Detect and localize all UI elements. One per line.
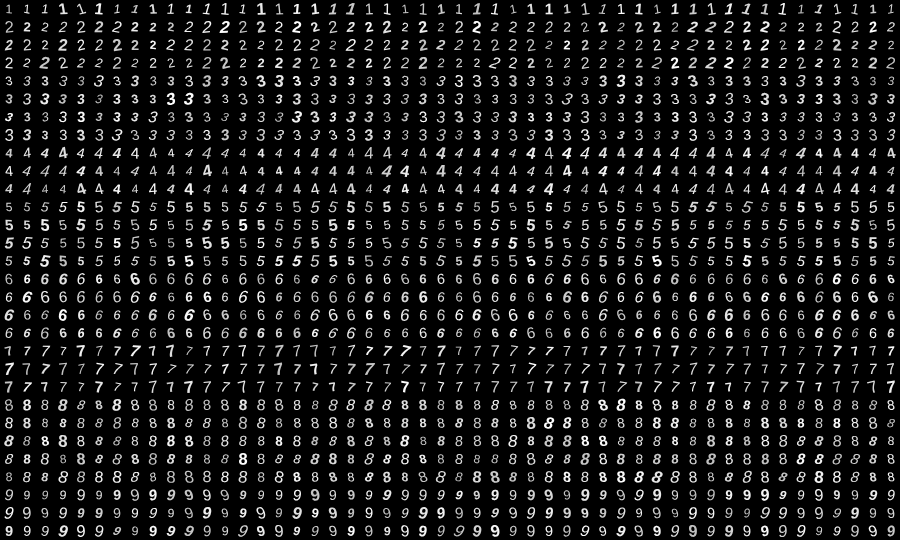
- digit-cell: 4: [594, 143, 613, 162]
- digit-cell: 1: [771, 0, 795, 21]
- digit-cell: 3: [793, 109, 809, 126]
- digit-cell: 3: [720, 125, 737, 145]
- digit-cell: 9: [521, 519, 541, 540]
- digit-cell: 5: [234, 234, 252, 251]
- digit-cell: 3: [664, 90, 685, 109]
- digit-cell: 4: [754, 143, 776, 163]
- digit-cell: 2: [342, 18, 360, 36]
- digit-cell: 7: [159, 339, 183, 363]
- digit-cell: 7: [323, 359, 343, 379]
- digit-cell: 8: [72, 432, 91, 450]
- digit-cell: 4: [449, 144, 469, 162]
- digit-cell: 4: [108, 180, 126, 198]
- digit-cell: 7: [468, 342, 486, 361]
- digit-cell: 3: [179, 126, 198, 143]
- digit-cell: 2: [612, 35, 629, 55]
- digit-cell: 4: [249, 178, 274, 199]
- digit-cell: 8: [486, 413, 505, 432]
- digit-cell: 3: [343, 73, 358, 88]
- digit-cell: 6: [504, 269, 523, 288]
- digit-cell: 1: [161, 0, 181, 18]
- digit-cell: 6: [594, 323, 613, 343]
- digit-cell: 9: [286, 501, 309, 525]
- digit-cell: 5: [162, 235, 179, 252]
- digit-cell: 5: [541, 217, 558, 233]
- digit-cell: 8: [810, 414, 829, 432]
- digit-cell: 2: [486, 19, 503, 35]
- digit-cell: 2: [884, 38, 899, 53]
- digit-cell: 3: [772, 89, 793, 109]
- digit-cell: 2: [433, 20, 449, 35]
- digit-cell: 3: [360, 91, 377, 108]
- digit-cell: 5: [72, 233, 91, 252]
- digit-cell: 8: [37, 414, 52, 432]
- digit-cell: 2: [613, 19, 629, 34]
- digit-cell: 4: [1, 145, 18, 162]
- digit-cell: 9: [359, 521, 379, 540]
- digit-cell: 9: [143, 484, 162, 506]
- digit-cell: 5: [503, 199, 523, 216]
- digit-cell: 5: [396, 215, 413, 235]
- digit-cell: 4: [630, 179, 649, 199]
- digit-cell: 4: [235, 145, 252, 161]
- digit-cell: 2: [145, 20, 160, 35]
- digit-cell: 3: [234, 108, 252, 126]
- digit-cell: 8: [414, 433, 432, 449]
- digit-cell: 5: [433, 199, 450, 214]
- digit-cell: 9: [216, 505, 234, 522]
- digit-cell: 4: [811, 145, 828, 161]
- digit-cell: 6: [88, 306, 109, 324]
- digit-cell: 2: [322, 15, 344, 39]
- digit-cell: 5: [883, 198, 900, 215]
- digit-cell: 5: [214, 232, 235, 255]
- digit-cell: 4: [324, 162, 342, 179]
- digit-cell: 5: [144, 198, 161, 216]
- digit-cell: 4: [163, 145, 180, 160]
- digit-cell: 8: [0, 469, 18, 486]
- digit-cell: 6: [393, 268, 416, 289]
- digit-cell: 6: [288, 288, 306, 306]
- digit-cell: 4: [215, 143, 234, 163]
- digit-cell: 3: [37, 126, 52, 144]
- digit-cell: 2: [126, 18, 144, 35]
- digit-cell: 2: [541, 36, 557, 53]
- digit-cell: 7: [35, 378, 54, 396]
- digit-cell: 5: [1, 200, 17, 215]
- digit-cell: 5: [109, 251, 125, 270]
- digit-cell: 3: [523, 109, 539, 125]
- digit-cell: 4: [233, 161, 253, 181]
- digit-cell: 8: [306, 432, 324, 450]
- digit-cell: 2: [254, 36, 269, 53]
- digit-cell: 6: [195, 268, 220, 290]
- digit-cell: 9: [882, 485, 900, 505]
- digit-cell: 6: [195, 287, 218, 307]
- digit-cell: 9: [17, 522, 37, 540]
- digit-cell: 2: [433, 55, 449, 71]
- digit-cell: 3: [91, 109, 106, 124]
- digit-cell: 8: [450, 449, 467, 469]
- digit-cell: 6: [703, 289, 719, 306]
- digit-cell: 5: [450, 235, 467, 250]
- digit-cell: 5: [739, 216, 755, 233]
- digit-cell: 4: [613, 180, 629, 197]
- digit-cell: 3: [754, 87, 775, 111]
- digit-cell: 3: [1, 90, 17, 109]
- digit-cell: 6: [774, 324, 792, 342]
- digit-cell: 2: [792, 19, 809, 34]
- digit-cell: 8: [630, 413, 648, 433]
- digit-cell: 4: [289, 145, 304, 161]
- digit-cell: 6: [702, 324, 721, 342]
- digit-cell: 2: [664, 52, 685, 73]
- digit-cell: 9: [307, 504, 323, 522]
- digit-cell: 3: [196, 71, 218, 91]
- digit-cell: 6: [143, 269, 163, 289]
- digit-cell: 5: [217, 198, 234, 216]
- digit-cell: 1: [37, 1, 53, 17]
- digit-cell: 8: [288, 467, 307, 487]
- digit-cell: 2: [324, 55, 342, 71]
- digit-cell: 9: [54, 487, 71, 503]
- digit-cell: 7: [720, 378, 739, 395]
- digit-cell: 6: [772, 304, 793, 326]
- digit-cell: 5: [0, 216, 19, 235]
- digit-cell: 5: [450, 216, 469, 233]
